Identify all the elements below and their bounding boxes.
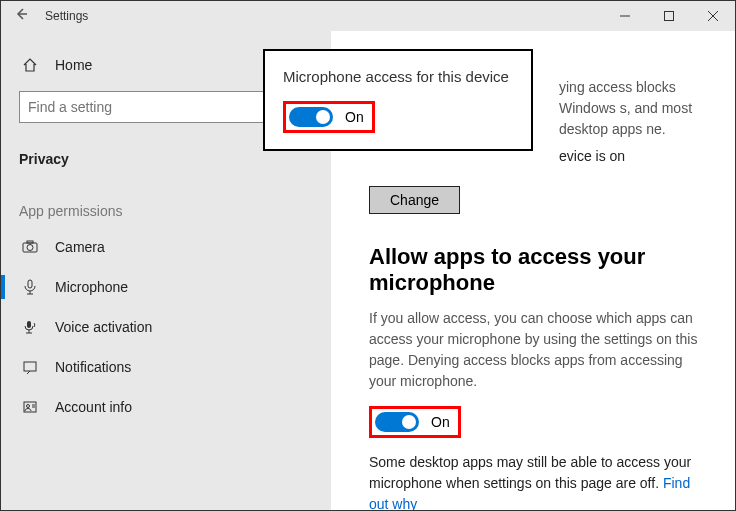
- sidebar-item-microphone[interactable]: Microphone: [1, 267, 331, 307]
- sidebar-item-label: Voice activation: [55, 319, 152, 335]
- sidebar-item-label: Notifications: [55, 359, 131, 375]
- partial-text: ying access blocks Windows s, and most d…: [559, 77, 707, 140]
- apps-access-toggle[interactable]: [375, 412, 419, 432]
- svg-point-13: [27, 405, 30, 408]
- titlebar: Settings: [1, 1, 735, 31]
- sidebar-item-label: Account info: [55, 399, 132, 415]
- notifications-icon: [19, 359, 41, 375]
- sidebar-item-label: Microphone: [55, 279, 128, 295]
- svg-rect-11: [24, 362, 36, 371]
- allow-apps-description: If you allow access, you can choose whic…: [369, 308, 707, 392]
- allow-apps-heading: Allow apps to access your microphone: [369, 244, 707, 296]
- popup-title: Microphone access for this device: [283, 67, 513, 87]
- group-app-permissions: App permissions: [1, 173, 331, 227]
- device-access-popup: Microphone access for this device On: [263, 49, 533, 151]
- voice-icon: [19, 319, 41, 335]
- minimize-button[interactable]: [603, 1, 647, 31]
- microphone-icon: [19, 279, 41, 295]
- device-status: evice is on: [559, 148, 707, 164]
- account-icon: [19, 399, 41, 415]
- device-toggle-label: On: [345, 109, 364, 125]
- window-title: Settings: [41, 9, 88, 23]
- sidebar-item-label: Camera: [55, 239, 105, 255]
- svg-rect-9: [28, 280, 32, 288]
- svg-rect-1: [665, 12, 674, 21]
- camera-icon: [19, 239, 41, 255]
- sidebar-item-account[interactable]: Account info: [1, 387, 331, 427]
- svg-rect-8: [27, 241, 33, 243]
- device-access-toggle[interactable]: [289, 107, 333, 127]
- sidebar-item-voice[interactable]: Voice activation: [1, 307, 331, 347]
- home-label: Home: [55, 57, 92, 73]
- close-icon: [708, 11, 718, 21]
- footer-note: Some desktop apps may still be able to a…: [369, 452, 707, 510]
- sidebar-item-notifications[interactable]: Notifications: [1, 347, 331, 387]
- change-button[interactable]: Change: [369, 186, 460, 214]
- close-button[interactable]: [691, 1, 735, 31]
- settings-window: Settings Home Privacy A: [0, 0, 736, 511]
- apps-toggle-highlight: On: [369, 406, 461, 438]
- svg-point-7: [27, 245, 33, 251]
- svg-rect-10: [27, 321, 31, 328]
- device-toggle-highlight: On: [283, 101, 375, 133]
- sidebar-item-camera[interactable]: Camera: [1, 227, 331, 267]
- home-icon: [19, 57, 41, 73]
- apps-toggle-label: On: [431, 414, 450, 430]
- arrow-left-icon: [14, 7, 28, 21]
- back-button[interactable]: [1, 7, 41, 25]
- maximize-button[interactable]: [647, 1, 691, 31]
- minimize-icon: [620, 11, 630, 21]
- maximize-icon: [664, 11, 674, 21]
